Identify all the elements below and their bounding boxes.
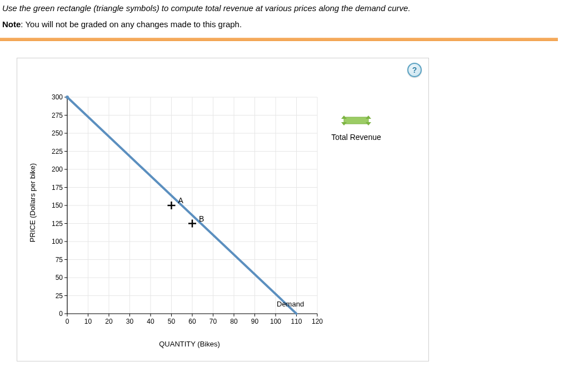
- x-axis-label: QUANTITY (Bikes): [134, 340, 245, 348]
- note-body: : You will not be graded on any changes …: [21, 19, 242, 29]
- graph-panel: ? PRICE (Dollars per bike) QUANTITY (Bik…: [17, 58, 429, 361]
- svg-text:30: 30: [126, 318, 134, 325]
- svg-text:80: 80: [230, 318, 238, 325]
- svg-text:60: 60: [188, 318, 196, 325]
- svg-text:225: 225: [52, 148, 63, 155]
- svg-text:275: 275: [52, 112, 63, 119]
- svg-text:150: 150: [52, 202, 63, 209]
- svg-text:200: 200: [52, 165, 63, 173]
- demand-label: Demand: [277, 300, 304, 308]
- point-label-A: A: [178, 196, 184, 205]
- svg-text:20: 20: [105, 318, 113, 325]
- svg-text:25: 25: [56, 292, 63, 300]
- svg-text:100: 100: [270, 318, 281, 325]
- chart-svg[interactable]: 0255075100125150175200225250275300010203…: [39, 92, 328, 336]
- svg-text:175: 175: [52, 184, 63, 192]
- svg-text:40: 40: [147, 318, 154, 325]
- grading-note: Note: You will not be graded on any chan…: [0, 18, 569, 38]
- svg-text:100: 100: [52, 238, 63, 245]
- svg-text:300: 300: [52, 93, 63, 101]
- svg-text:70: 70: [209, 318, 217, 325]
- instruction-text: Use the green rectangle (triangle symbol…: [0, 0, 569, 18]
- svg-text:0: 0: [59, 310, 63, 318]
- svg-text:250: 250: [52, 129, 63, 137]
- note-prefix: Note: [2, 19, 21, 29]
- point-A[interactable]: A: [168, 196, 184, 209]
- help-icon[interactable]: ?: [407, 63, 422, 77]
- svg-text:110: 110: [291, 318, 302, 325]
- legend-label: Total Revenue: [323, 133, 390, 142]
- svg-text:75: 75: [56, 256, 63, 264]
- section-divider: [0, 38, 558, 41]
- point-label-B: B: [199, 214, 204, 223]
- svg-rect-0: [344, 117, 368, 124]
- svg-text:120: 120: [312, 318, 323, 325]
- total-revenue-tool-icon[interactable]: [340, 114, 373, 127]
- y-axis-label: PRICE (Dollars per bike): [28, 147, 37, 258]
- plot-area[interactable]: PRICE (Dollars per bike) QUANTITY (Bikes…: [23, 92, 412, 347]
- legend: Total Revenue: [323, 114, 390, 142]
- svg-text:90: 90: [251, 318, 259, 325]
- svg-text:0: 0: [66, 318, 69, 325]
- svg-text:50: 50: [56, 274, 63, 282]
- svg-point-85: [66, 96, 69, 99]
- svg-text:10: 10: [84, 318, 92, 325]
- svg-text:50: 50: [168, 318, 176, 325]
- svg-text:125: 125: [52, 220, 63, 228]
